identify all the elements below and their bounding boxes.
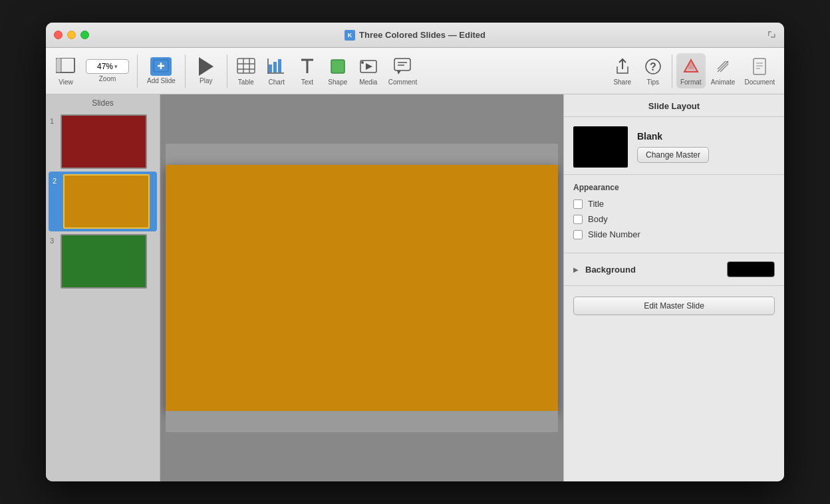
- slide-number-checkbox-row[interactable]: Slide Number: [573, 229, 775, 239]
- svg-rect-11: [273, 62, 277, 72]
- svg-rect-27: [688, 63, 694, 69]
- canvas-slide[interactable]: [166, 165, 558, 411]
- shape-button[interactable]: Shape: [323, 53, 352, 88]
- background-label-row: ▶ Background: [573, 265, 636, 275]
- app-icon: K: [345, 30, 355, 41]
- svg-marker-22: [397, 70, 401, 74]
- slide-item-1[interactable]: 1: [46, 112, 160, 172]
- svg-rect-12: [278, 59, 281, 72]
- shape-label: Shape: [328, 78, 347, 86]
- body-checkbox[interactable]: [573, 215, 583, 224]
- zoom-dropdown-arrow: ▾: [114, 63, 118, 70]
- svg-rect-10: [269, 64, 272, 72]
- title-checkbox-row[interactable]: Title: [573, 199, 775, 209]
- table-icon: [235, 56, 257, 77]
- background-row: ▶ Background: [573, 261, 775, 277]
- edit-master-button[interactable]: Edit Master Slide: [573, 297, 775, 315]
- animate-label: Animate: [711, 78, 736, 86]
- background-triangle-icon[interactable]: ▶: [573, 266, 579, 273]
- table-button[interactable]: Table: [231, 53, 261, 88]
- canvas-bottom-bar: [166, 411, 558, 432]
- maximize-button[interactable]: [80, 31, 89, 39]
- slide-number-3: 3: [50, 237, 61, 245]
- right-panel-title: Slide Layout: [564, 94, 784, 117]
- animate-icon: [712, 56, 734, 77]
- slide-item-3[interactable]: 3: [46, 231, 160, 291]
- right-panel: Slide Layout Blank Change Master Appeara…: [563, 94, 784, 481]
- shape-icon: [327, 56, 348, 77]
- chart-label: Chart: [269, 78, 285, 86]
- view-button[interactable]: View: [51, 53, 80, 88]
- comment-label: Comment: [388, 78, 417, 86]
- play-icon: [195, 57, 217, 76]
- appearance-section: Appearance Title Body Slide Number: [564, 175, 784, 253]
- layout-name: Blank: [637, 131, 709, 142]
- appearance-title: Appearance: [573, 183, 775, 192]
- svg-rect-29: [754, 59, 765, 74]
- slide-item-2[interactable]: 2: [49, 172, 157, 231]
- svg-text:?: ?: [650, 61, 656, 72]
- svg-marker-19: [366, 63, 372, 70]
- zoom-value: 47%: [97, 62, 113, 71]
- slides-panel-header: Slides: [46, 94, 160, 112]
- add-slide-icon: [150, 57, 172, 76]
- format-label: Format: [680, 78, 702, 86]
- canvas-area: [160, 94, 563, 481]
- chart-icon: [266, 56, 287, 77]
- separator-right-1: [672, 55, 672, 88]
- layout-preview-section: Blank Change Master: [564, 117, 784, 175]
- play-button[interactable]: Play: [190, 55, 223, 87]
- window-title: Three Colored Slides — Edited: [359, 30, 485, 40]
- zoom-input[interactable]: 47% ▾: [86, 59, 129, 74]
- media-label: Media: [359, 78, 377, 86]
- slide-number-2: 2: [53, 177, 63, 185]
- table-label: Table: [238, 78, 254, 86]
- share-button[interactable]: Share: [608, 53, 637, 88]
- animate-button[interactable]: Animate: [707, 53, 740, 88]
- background-label: Background: [585, 265, 636, 275]
- view-icon: [55, 56, 76, 77]
- format-button[interactable]: Format: [676, 53, 706, 88]
- minimize-button[interactable]: [67, 31, 76, 39]
- zoom-label: Zoom: [99, 75, 116, 82]
- play-label: Play: [200, 77, 212, 84]
- slide-thumb-1: [61, 114, 147, 169]
- document-label: Document: [744, 78, 775, 86]
- media-icon: [358, 56, 379, 77]
- canvas-top-bar: [166, 144, 558, 165]
- app-window: K Three Colored Slides — Edited View 47%: [46, 23, 784, 481]
- toolbar: View 47% ▾ Zoom Add Slide: [46, 48, 784, 94]
- change-master-button[interactable]: Change Master: [637, 147, 709, 163]
- toolbar-right: Share ? Tips: [608, 53, 779, 88]
- tips-label: Tips: [646, 78, 659, 86]
- zoom-control[interactable]: 47% ▾ Zoom: [82, 57, 133, 85]
- comment-button[interactable]: Comment: [384, 53, 421, 88]
- document-button[interactable]: Document: [740, 53, 779, 88]
- text-label: Text: [301, 78, 313, 86]
- tips-button[interactable]: ? Tips: [638, 53, 668, 88]
- slide-number-1: 1: [50, 117, 61, 125]
- chart-button[interactable]: Chart: [262, 53, 291, 88]
- svg-rect-17: [331, 60, 345, 73]
- media-button[interactable]: Media: [354, 53, 383, 88]
- separator-1: [137, 55, 138, 88]
- share-label: Share: [613, 78, 631, 86]
- add-slide-label: Add Slide: [147, 77, 176, 84]
- body-checkbox-row[interactable]: Body: [573, 214, 775, 224]
- view-label: View: [59, 78, 73, 86]
- traffic-lights: [54, 31, 89, 39]
- separator-2: [185, 55, 186, 88]
- edit-master-section: Edit Master Slide: [564, 286, 784, 326]
- background-color-swatch[interactable]: [727, 261, 775, 277]
- document-icon: [749, 56, 770, 77]
- slide-thumb-2: [63, 174, 150, 229]
- text-button[interactable]: Text: [293, 53, 322, 88]
- window-title-group: K Three Colored Slides — Edited: [345, 30, 485, 41]
- svg-point-20: [361, 61, 364, 64]
- close-button[interactable]: [54, 31, 63, 39]
- title-checkbox[interactable]: [573, 199, 583, 209]
- slide-number-checkbox[interactable]: [573, 230, 583, 239]
- layout-preview-thumb: [573, 126, 628, 168]
- expand-button[interactable]: [767, 30, 777, 41]
- add-slide-button[interactable]: Add Slide: [142, 55, 181, 87]
